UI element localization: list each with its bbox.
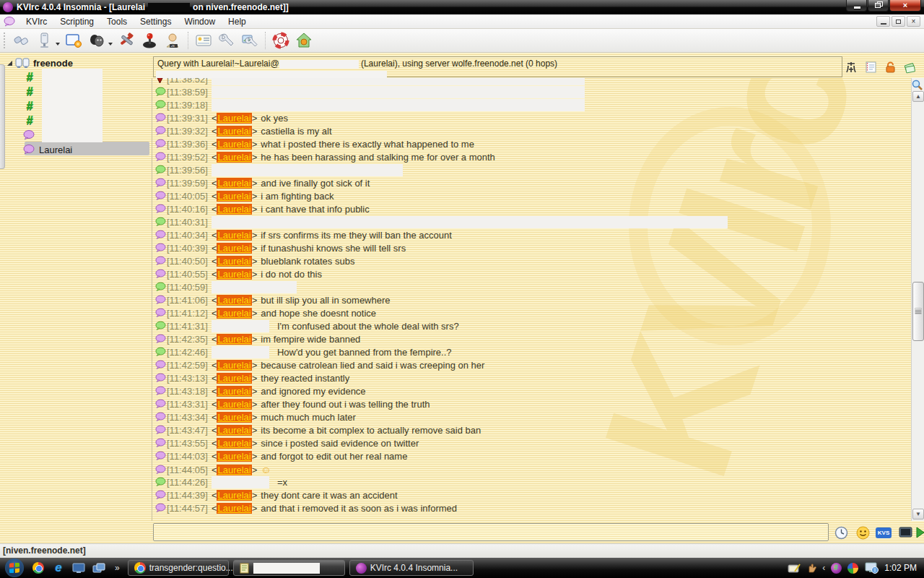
tree-query-item[interactable] (23, 128, 35, 142)
timestamp: [11:39:32] (167, 126, 208, 137)
tree-channel-item[interactable]: # (23, 113, 36, 128)
kvs-script-icon[interactable]: KVS (876, 525, 892, 540)
tree-query-item-laurelai[interactable]: Laurelai (23, 142, 72, 157)
nick-laurelai[interactable]: Laurelai (217, 152, 251, 163)
notes-icon[interactable] (864, 61, 877, 74)
tray-chevron-icon[interactable]: ‹ (822, 563, 825, 573)
network-icon[interactable] (864, 562, 879, 574)
nick-laurelai[interactable]: Laurelai (217, 399, 251, 410)
scroll-up-button[interactable]: ▲ (912, 91, 924, 102)
new-window-icon[interactable] (64, 31, 83, 50)
text-encoding-icon[interactable] (845, 61, 858, 74)
mdi-close-button[interactable]: × (907, 16, 920, 27)
tools-icon[interactable] (117, 31, 136, 50)
taskbar-clock: 1:02 PM (884, 563, 917, 573)
info-card-icon[interactable] (194, 31, 213, 50)
home-icon[interactable] (295, 31, 313, 50)
nick-laurelai[interactable]: Laurelai (217, 412, 251, 423)
identities-masks-icon[interactable] (87, 31, 106, 50)
tree-network-freenode[interactable]: freenode (6, 56, 73, 70)
taskbar-button-chrome[interactable]: transgender:questio... (128, 560, 229, 576)
internet-explorer-icon[interactable]: e (50, 559, 67, 577)
nick-laurelai[interactable]: Laurelai (217, 295, 251, 306)
nick-laurelai[interactable]: Laurelai (217, 425, 251, 436)
menu-tools[interactable]: Tools (100, 15, 134, 28)
theme-options-icon[interactable] (240, 31, 259, 50)
query-label[interactable]: Laurelai (39, 144, 72, 155)
dock-handle[interactable] (0, 64, 5, 169)
menu-kvirc[interactable]: KVIrc (19, 15, 53, 28)
nick-laurelai[interactable]: Laurelai (217, 465, 251, 475)
show-desktop-icon[interactable] (70, 559, 87, 577)
nick-laurelai[interactable]: Laurelai (217, 386, 251, 397)
minimize-button[interactable] (846, 0, 867, 12)
nick-laurelai[interactable]: Laurelai (217, 230, 251, 241)
nick-laurelai[interactable]: Laurelai (217, 178, 251, 189)
quick-launch-overflow-chevron[interactable]: » (115, 563, 120, 573)
timestamp: [11:38:59] (167, 87, 208, 98)
masks-dropdown-arrow[interactable] (108, 43, 113, 46)
close-button[interactable]: × (889, 0, 921, 12)
nick-laurelai[interactable]: Laurelai (217, 308, 251, 319)
menu-settings[interactable]: Settings (134, 15, 178, 28)
identity-icon[interactable]: +N (163, 31, 182, 50)
server-dropdown-arrow[interactable] (56, 43, 60, 46)
nick-laurelai[interactable]: Laurelai (217, 451, 251, 462)
chat-scrollbar[interactable]: ▲ ▼ (911, 78, 924, 521)
network-label[interactable]: freenode (33, 58, 73, 69)
help-lifebuoy-icon[interactable] (271, 31, 290, 50)
scroll-thumb[interactable] (912, 282, 924, 341)
window-switcher-icon[interactable] (90, 559, 108, 577)
nick-laurelai[interactable]: Laurelai (217, 503, 251, 514)
chat-message: [11:40:39]<Laurelai>if tunashushi knows … (155, 242, 911, 255)
nick-laurelai[interactable]: Laurelai (217, 373, 251, 384)
search-icon[interactable] (911, 79, 923, 91)
maximize-button[interactable] (868, 0, 889, 12)
nick-laurelai[interactable]: Laurelai (217, 490, 251, 501)
taskbar-button-kvirc[interactable]: KVIrc 4.0.4 Insomnia... (349, 560, 474, 576)
kvirc-tray-icon[interactable]: # (831, 563, 842, 574)
scroll-down-button[interactable]: ▼ (912, 509, 924, 519)
chrome-icon[interactable] (30, 559, 47, 577)
message-input[interactable] (153, 523, 829, 541)
nick-laurelai[interactable]: Laurelai (217, 204, 251, 215)
mdi-minimize-button[interactable] (876, 16, 890, 27)
tree-channel-item[interactable]: # (23, 99, 36, 113)
screen-icon[interactable] (897, 525, 913, 540)
play-icon[interactable] (912, 525, 924, 540)
nick-laurelai[interactable]: Laurelai (217, 256, 251, 267)
menu-window[interactable]: Window (178, 15, 222, 28)
paper-icon[interactable] (903, 61, 916, 74)
nick-laurelai[interactable]: Laurelai (217, 191, 251, 202)
joystick-icon[interactable] (140, 31, 159, 50)
tree-channel-item[interactable]: # (23, 70, 36, 85)
menu-scripting[interactable]: Scripting (53, 15, 100, 28)
menu-help[interactable]: Help (222, 15, 253, 28)
taskbar-button-redacted[interactable] (233, 560, 345, 576)
timestamp: [11:39:31] (167, 113, 208, 124)
toolbar-grip[interactable] (3, 32, 6, 49)
nick-laurelai[interactable]: Laurelai (217, 243, 251, 254)
nick-laurelai[interactable]: Laurelai (217, 126, 251, 137)
connect-icon[interactable] (12, 31, 30, 50)
nick-laurelai[interactable]: Laurelai (217, 334, 251, 345)
start-button[interactable] (5, 558, 24, 577)
nick-laurelai[interactable]: Laurelai (217, 113, 251, 124)
options-wrench-icon[interactable] (217, 31, 236, 50)
lock-icon[interactable] (884, 61, 897, 74)
tree-expand-arrow-icon[interactable] (7, 61, 12, 66)
color-wheel-icon[interactable] (847, 563, 858, 574)
server-list-icon[interactable] (35, 31, 53, 50)
tablet-pen-icon[interactable] (788, 563, 801, 573)
mdi-restore-button[interactable] (892, 16, 905, 27)
nick-laurelai[interactable]: Laurelai (217, 139, 251, 150)
tree-channel-item[interactable]: # (23, 85, 36, 99)
clock-icon[interactable] (833, 525, 849, 540)
smiley-icon[interactable] (855, 525, 871, 540)
chat-view[interactable]: KVIrc [11:38:52][11:38:59][11:39:18][11:… (152, 78, 924, 521)
nick-laurelai[interactable]: Laurelai (217, 438, 251, 449)
hand-icon[interactable] (806, 563, 816, 573)
nick-laurelai[interactable]: Laurelai (217, 360, 251, 371)
window-list-tree: freenode # # # # Laurelai (6, 53, 149, 543)
nick-laurelai[interactable]: Laurelai (217, 269, 251, 280)
